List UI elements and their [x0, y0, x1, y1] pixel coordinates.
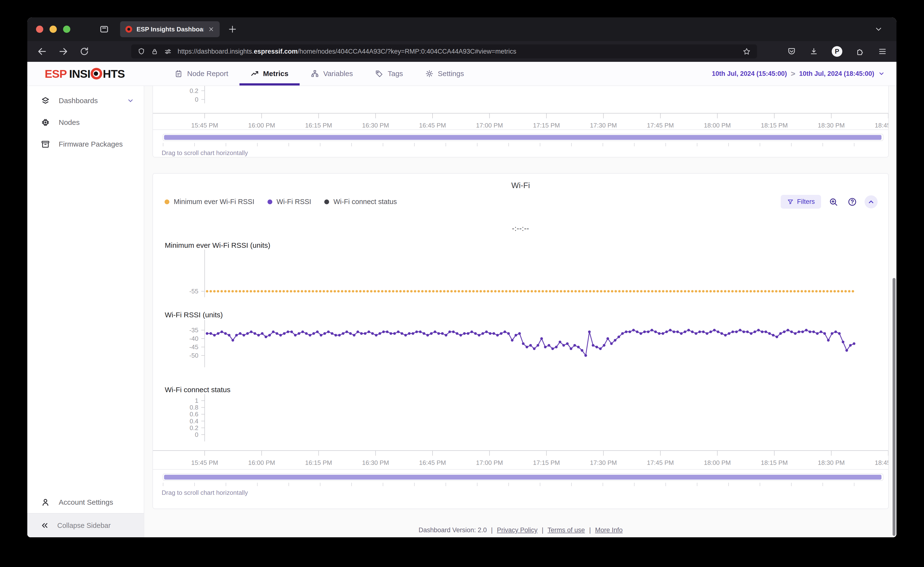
browser-window: ESP Insights Dashboard [27, 17, 897, 537]
svg-text:-35: -35 [189, 327, 198, 334]
svg-text:0: 0 [195, 431, 198, 438]
downloads-icon[interactable] [810, 47, 818, 56]
page-scrollbar-thumb[interactable] [892, 278, 895, 536]
wifi-rssi-chart[interactable]: -35-40-45-50 [153, 320, 888, 367]
svg-text:-40: -40 [189, 335, 198, 342]
date-range-picker[interactable]: 10th Jul, 2024 (15:45:00) > 10th Jul, 20… [712, 69, 885, 78]
scrollbar-thumb[interactable] [164, 135, 882, 140]
more-info-link[interactable]: More Info [595, 526, 623, 534]
forward-button[interactable] [58, 46, 68, 57]
tags-icon [375, 69, 383, 78]
svg-text:16:30 PM: 16:30 PM [362, 122, 389, 129]
legend-dot [165, 200, 170, 204]
menu-hamburger-icon[interactable] [878, 47, 887, 56]
date-from: 10th Jul, 2024 (15:45:00) [712, 70, 787, 78]
browser-tab[interactable]: ESP Insights Dashboard [120, 21, 219, 37]
tab-favicon-icon [125, 26, 132, 33]
back-button[interactable] [37, 46, 47, 57]
svg-text:17:15 PM: 17:15 PM [533, 122, 560, 129]
collapse-sidebar-label: Collapse Sidebar [57, 522, 111, 530]
minimize-window-button[interactable] [50, 26, 57, 33]
date-range-separator: > [791, 69, 795, 78]
layers-icon [41, 96, 50, 105]
tab-variables[interactable]: Variables [300, 62, 364, 86]
chart-title-wifi-rssi: Wi-Fi RSSI (units) [165, 311, 888, 319]
svg-text:0.2: 0.2 [190, 87, 198, 94]
lock-icon[interactable] [151, 48, 158, 55]
svg-text:17:15 PM: 17:15 PM [533, 459, 560, 466]
wifi-connect-status-chart[interactable]: 10.80.60.40.20 [153, 394, 888, 441]
sidebar-item-firmware-packages[interactable]: Firmware Packages [27, 133, 144, 155]
permissions-icon[interactable] [164, 48, 172, 55]
bookmark-star-icon[interactable] [742, 47, 751, 56]
svg-text:18:15 PM: 18:15 PM [761, 122, 788, 129]
sidebar-item-dashboards[interactable]: Dashboards [27, 90, 144, 112]
tab-tags[interactable]: Tags [364, 62, 414, 86]
svg-text:0.6: 0.6 [190, 411, 198, 418]
tab-metrics[interactable]: Metrics [239, 62, 300, 86]
svg-text:18:30 PM: 18:30 PM [818, 459, 845, 466]
chart-legend: Minimum ever Wi-Fi RSSI Wi-Fi RSSI Wi-Fi… [165, 198, 397, 206]
min-ever-rssi-chart[interactable]: -55 [153, 249, 888, 297]
sidebar-item-nodes[interactable]: Nodes [27, 112, 144, 133]
extensions-puzzle-icon[interactable] [856, 47, 865, 56]
esp-insights-app: ESPINSIHTS Node Report Metrics [27, 62, 897, 537]
zoom-window-button[interactable] [63, 26, 70, 33]
browser-sidebar-toggle-icon[interactable] [99, 24, 109, 34]
help-button[interactable] [846, 195, 859, 208]
tab-overflow-chevron-icon[interactable] [874, 25, 883, 34]
zoom-ruler [162, 143, 883, 147]
funnel-icon [787, 198, 794, 205]
sidebar-item-account-settings[interactable]: Account Settings [27, 491, 144, 513]
tab-close-icon[interactable] [208, 26, 214, 32]
svg-text:16:30 PM: 16:30 PM [362, 459, 389, 466]
close-window-button[interactable] [36, 26, 43, 33]
svg-text:17:00 PM: 17:00 PM [476, 459, 503, 466]
svg-text:16:45 PM: 16:45 PM [419, 459, 446, 466]
scrollbar-thumb[interactable] [164, 475, 882, 480]
svg-text:16:00 PM: 16:00 PM [248, 459, 275, 466]
esp-insights-logo[interactable]: ESPINSIHTS [45, 67, 125, 80]
chart-horizontal-scrollbar[interactable] [162, 474, 883, 481]
shield-icon[interactable] [137, 48, 145, 55]
legend-item-wifi-rssi[interactable]: Wi-Fi RSSI [267, 198, 311, 206]
pocket-icon[interactable] [787, 47, 796, 56]
tab-settings[interactable]: Settings [414, 62, 475, 86]
collapse-sidebar-button[interactable]: Collapse Sidebar [27, 513, 144, 537]
metrics-icon [251, 69, 259, 78]
settings-gear-icon [425, 69, 433, 78]
node-report-icon [174, 69, 183, 78]
chevron-down-icon [878, 70, 885, 77]
legend-item-min-ever-rssi[interactable]: Minimum ever Wi-Fi RSSI [165, 198, 254, 206]
terms-of-use-link[interactable]: Terms of use [548, 526, 585, 534]
sidebar: Dashboards Nodes Firmware Packages [27, 86, 144, 537]
app-header: ESPINSIHTS Node Report Metrics [27, 62, 897, 86]
wifi-card-title: Wi-Fi [153, 181, 888, 190]
privacy-policy-link[interactable]: Privacy Policy [497, 526, 537, 534]
svg-text:15:45 PM: 15:45 PM [191, 122, 218, 129]
svg-text:-55: -55 [189, 288, 198, 295]
previous-chart-plot[interactable]: 0.40.20 [153, 86, 888, 104]
filters-button[interactable]: Filters [781, 195, 821, 208]
window-controls [36, 26, 70, 33]
new-tab-button[interactable] [228, 25, 237, 34]
wifi-metrics-card: Wi-Fi Minimum ever Wi-Fi RSSI Wi-Fi RSSI [152, 173, 889, 509]
legend-dot [324, 200, 329, 204]
dashboard-version: Dashboard Version: 2.0 [419, 526, 487, 534]
collapse-card-button[interactable] [865, 195, 877, 208]
sidebar-item-label: Nodes [59, 118, 80, 126]
legend-item-connect-status[interactable]: Wi-Fi connect status [324, 198, 397, 206]
drag-hint: Drag to scroll chart horizontally [162, 149, 888, 157]
zoom-in-button[interactable] [827, 195, 840, 208]
variables-icon [311, 69, 319, 78]
svg-text:16:15 PM: 16:15 PM [305, 122, 332, 129]
svg-text:17:45 PM: 17:45 PM [647, 122, 674, 129]
tab-label: Metrics [263, 69, 288, 78]
sidebar-item-label: Dashboards [59, 97, 98, 105]
profile-avatar[interactable]: P [832, 46, 842, 57]
reload-button[interactable] [80, 46, 89, 56]
tab-node-report[interactable]: Node Report [163, 62, 239, 86]
chart-horizontal-scrollbar[interactable] [162, 134, 883, 141]
svg-text:18:45 PM: 18:45 PM [875, 459, 888, 466]
url-bar[interactable]: https://dashboard.insights.espressif.com… [131, 44, 757, 58]
